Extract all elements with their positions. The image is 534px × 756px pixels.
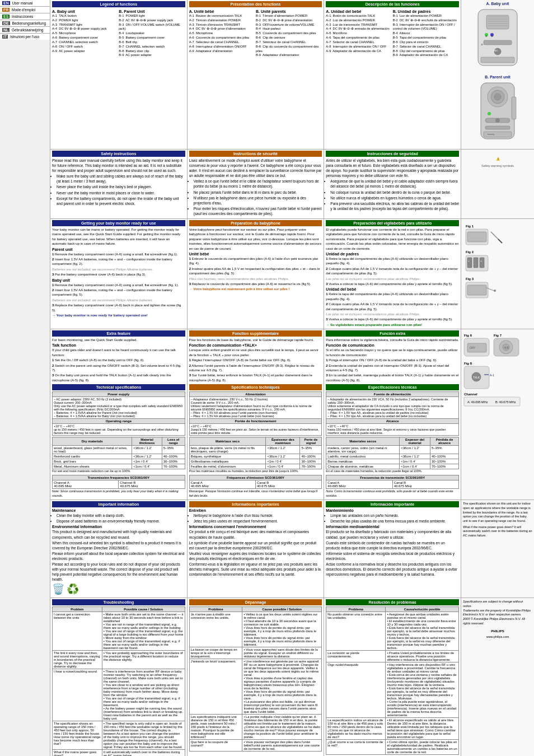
getting-ready-en-header: Getting your baby monitor ready for use	[52, 220, 185, 226]
important-fr: Informations importantes Entretien Netto…	[188, 500, 325, 598]
legend-es-col: Descripción de las funciones A. Unidad d…	[324, 0, 461, 149]
extra-en-header: Extra feature	[52, 330, 185, 337]
trouble-es-header: Resolución de problemas	[326, 599, 459, 605]
tab-de[interactable]: DE Bedienungsanleitung	[0, 20, 50, 27]
tab-en[interactable]: EN User manual	[0, 0, 50, 7]
svg-text:A: 40.695 MHz: A: 40.695 MHz	[467, 400, 488, 404]
extra-es: Función extra Para informarse sobre la v…	[324, 329, 461, 500]
svg-text:Fig 2: Fig 2	[466, 250, 474, 254]
legend-fr-header: Présentation des fonctions	[189, 1, 322, 7]
parent-unit-label: B. Parent unit	[485, 75, 510, 79]
svg-rect-11	[481, 57, 514, 63]
trouble-fr: Dépannage ProblèmeCause possible / Solut…	[188, 598, 325, 756]
philips-website: www.philips.com	[463, 635, 532, 640]
safety-fr: Instructions de sécurité Lisez attentive…	[188, 150, 325, 218]
svg-rect-1	[486, 15, 509, 29]
svg-text:Fig 1: Fig 1	[466, 225, 474, 228]
extra-fr: Fonction supplémentaire Pour les fonctio…	[188, 329, 325, 500]
safety-es: Instrucciones de seguridad Antes de util…	[324, 150, 461, 218]
getting-ready-fr-header: Préparation du babyphone	[189, 220, 322, 226]
trouble-en-table: ProblemPossible cause / Solution I canno…	[52, 606, 185, 756]
trouble-en-header: Troubleshooting	[52, 599, 185, 605]
baby-unit-label: A. Baby unit	[486, 2, 509, 6]
legend-es-content: A. Unidad del bebé A-1 Botón de comunica…	[326, 8, 459, 58]
svg-text:mic: mic	[493, 49, 498, 52]
svg-rect-42	[467, 285, 486, 295]
important-en: Important information Maintenance Clean …	[50, 500, 188, 598]
svg-text:+: +	[480, 259, 482, 263]
specs-es-header: Especificaciones técnicas	[326, 384, 459, 390]
svg-text:B: 40.675 MHz: B: 40.675 MHz	[495, 400, 516, 404]
specs-es-freq-table: Frecuencias de transmisión SCD361/00Y Ca…	[326, 475, 459, 489]
baby-unit-diagram: ① ② ③ mic	[470, 7, 526, 74]
svg-rect-24	[485, 126, 510, 129]
svg-text:Fig 7: Fig 7	[494, 334, 502, 337]
svg-rect-23	[512, 97, 516, 119]
svg-text:+: +	[468, 259, 470, 263]
safety-right-spacer: ⚠️ Safety warning symbols	[461, 150, 534, 218]
safety-en: Safety instructions Please read this use…	[50, 150, 188, 218]
recycling-icon: ♻️	[67, 583, 79, 595]
svg-text:③: ③	[481, 43, 483, 46]
svg-line-31	[498, 239, 502, 243]
svg-point-20	[488, 112, 491, 115]
trouble-right: Specifications are subject to change wit…	[461, 598, 534, 756]
safety-section: Safety instructions Please read this use…	[50, 150, 534, 219]
svg-text:Fig 6: Fig 6	[464, 334, 472, 337]
legend-fr-col: Présentation des fonctions A. Unité bébé…	[188, 0, 325, 149]
specs-en-table: Power supply – AC power adaptor: 230V AC…	[52, 391, 185, 436]
svg-text:①: ①	[485, 35, 488, 38]
getting-ready-es-header: Preparación del vigilabebés para utiliza…	[326, 220, 459, 226]
tab-fr[interactable]: FR Mode d'emploi	[0, 7, 50, 13]
safety-en-header: Safety instructions	[52, 151, 185, 157]
specs-fr-dry-table: Matériaux secsÉpaisseur des matériauxPer…	[189, 437, 322, 469]
important-es-header: Información importante	[326, 501, 459, 507]
tab-es[interactable]: ES Instrucciones	[0, 13, 50, 20]
specs-en-dry-table: Dry materialsMaterial thicknessLoss of r…	[52, 437, 185, 469]
legend-en-header: Legend of functions	[52, 1, 185, 7]
svg-rect-9	[484, 40, 512, 45]
extra-fr-header: Fonction supplémentaire	[189, 330, 322, 337]
legend-en-content: A. Baby unit A-1 TALK button A-2 POWER l…	[52, 8, 185, 58]
svg-point-43	[494, 290, 496, 292]
specs-right: Fig 6 OFF Fig 7 4-5 Fig 8 TALK	[461, 329, 534, 500]
important-es: Información importante Mantenimiento Lim…	[324, 500, 461, 598]
important-en-header: Important information	[52, 501, 185, 507]
legend-en-col: Legend of functions A. Baby unit A-1 TAL…	[50, 0, 188, 149]
trouble-en: Troubleshooting ProblemPossible cause / …	[50, 598, 188, 756]
svg-text:A-1: A-1	[490, 374, 494, 377]
getting-ready-section: Getting your baby monitor ready for use …	[50, 219, 534, 329]
safety-es-header: Instrucciones de seguridad	[326, 151, 459, 157]
specs-fr-table: Alimentation – Adaptateur d'alimentation…	[189, 391, 322, 436]
svg-text:Fig 3: Fig 3	[466, 277, 474, 281]
svg-line-30	[491, 232, 499, 240]
specs-en-freq-table: Transmission frequencies SCD361/00Y Chan…	[52, 475, 185, 489]
getting-ready-fr: Préparation du babyphone Votre babyphone…	[188, 219, 325, 329]
legend-es-header: Descripción de las funciones	[326, 1, 459, 7]
trouble-section: Troubleshooting ProblemPossible cause / …	[50, 598, 534, 756]
getting-ready-en: Getting your baby monitor ready for use …	[50, 219, 188, 329]
svg-text:TALK: TALK	[473, 376, 480, 379]
tab-it[interactable]: IT Istruzioni per l'uso	[0, 34, 50, 40]
legend-fr-content: A. Unité bébé A-1 Bouton de communicatio…	[189, 8, 322, 58]
svg-text:②: ②	[491, 35, 493, 38]
important-right: The specification shown on this unit are…	[461, 500, 534, 598]
trouble-fr-header: Dépannage	[189, 599, 322, 605]
extra-es-header: Función extra	[326, 330, 459, 337]
extra-en: Extra feature For basic monitoring, see …	[50, 329, 188, 500]
trouble-es: Resolución de problemas ProblemaCausa/so…	[324, 598, 461, 756]
battery-diagram: Fig 1 Fig 2 + -	[463, 221, 524, 305]
svg-point-19	[494, 94, 501, 100]
specs-es-table: Fuente de alimentación – Adaptador de al…	[326, 391, 459, 436]
device-diagrams-col: A. Baby unit	[461, 0, 534, 149]
crossed-bin-icon: 🗑️	[52, 583, 64, 595]
svg-text:OFF: OFF	[470, 346, 475, 349]
philips-logo: PHILIPS	[463, 629, 532, 633]
talk-diagram: Fig 6 OFF Fig 7 4-5 Fig 8 TALK	[463, 331, 524, 421]
trouble-fr-table: ProblèmeCause possible / Solution Je n'a…	[189, 606, 322, 752]
trouble-es-table: ProblemaCausa/solución posible No puedo …	[326, 606, 459, 755]
svg-rect-29	[467, 232, 486, 242]
tab-nl[interactable]: NL Gebruiksaanwijzing	[0, 27, 50, 34]
specs-es-dry-table: Materiales secosEspesor del materialPérd…	[326, 437, 459, 469]
svg-text:Fig 8: Fig 8	[464, 362, 472, 365]
